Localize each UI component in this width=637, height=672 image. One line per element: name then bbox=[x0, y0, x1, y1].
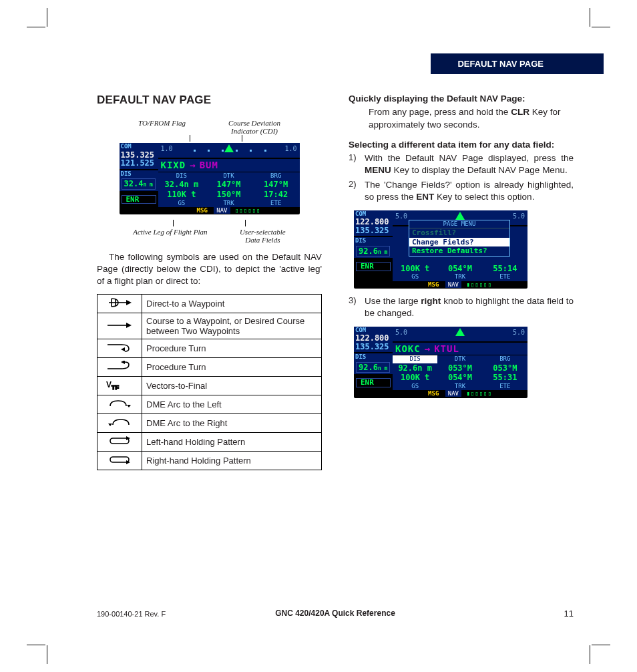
cdi-bar: 5.0 5.0 bbox=[393, 327, 527, 341]
active-leg-row: KOKC → KTUL bbox=[393, 343, 527, 355]
callout-row-top: TO/FROM Flag Course Deviation Indicator … bbox=[117, 119, 302, 135]
footer-center: GNC 420/420A Quick Reference bbox=[97, 609, 574, 618]
waypoint-to: KTUL bbox=[434, 344, 459, 354]
symbol-label: DME Arc to the Left bbox=[142, 395, 322, 414]
page-boxes-icon: ▮▯▯▯▯▯ bbox=[466, 281, 492, 288]
symbol-row: Direct-to a Waypoint bbox=[97, 295, 322, 313]
menu-item[interactable]: Restore Defaults? bbox=[409, 246, 509, 256]
dis-unit: n m bbox=[143, 182, 152, 188]
data-foot-cell: GS bbox=[393, 273, 437, 281]
svg-rect-15 bbox=[110, 457, 129, 462]
status-row: MSG NAV ▮▯▯▯▯▯ bbox=[393, 281, 527, 289]
symbol-label: Vectors-to-Final bbox=[142, 377, 322, 395]
data-cell: 32.4n m bbox=[158, 180, 206, 190]
text: Key to display the Default NAV Page Menu… bbox=[391, 165, 568, 175]
data-foot-cell: ETE bbox=[252, 200, 300, 207]
menu-item-selected[interactable]: Change Fields? bbox=[409, 238, 509, 247]
left-column: DEFAULT NAV PAGE TO/FROM Flag Course Dev… bbox=[97, 94, 322, 470]
data-head: DIS bbox=[158, 172, 206, 180]
footer: 190-00140-21 Rev. F GNC 420/420A Quick R… bbox=[97, 609, 574, 619]
symbol-row: DME Arc to the Right bbox=[97, 414, 322, 433]
device-right-pane: 5.0 5.0 KOKC → KTUL DIS DTK BRG bbox=[393, 327, 527, 398]
page-menu-popup: PAGE MENU Crossfill? Change Fields? Rest… bbox=[409, 220, 510, 257]
symbol-label: DME Arc to the Right bbox=[142, 414, 322, 433]
crop-mark bbox=[47, 645, 47, 664]
text: Use the large bbox=[365, 296, 421, 306]
symbol-table: Direct-to a WaypointCourse to a Waypoint… bbox=[97, 294, 322, 470]
nav-indicator: NAV bbox=[445, 281, 461, 288]
right-column: Quickly displaying the Default NAV Page:… bbox=[349, 94, 574, 470]
data-foot-cell: TRK bbox=[437, 383, 482, 390]
lead-lines bbox=[164, 135, 268, 142]
data-cell: 55:31 bbox=[483, 373, 527, 383]
data-cell: 147°M bbox=[252, 180, 300, 190]
svg-marker-1 bbox=[126, 300, 132, 305]
gps-screen-nav: COM 135.325 121.525 DIS 32.4n m ENR 1.0 … bbox=[120, 143, 300, 214]
dis-box: DIS 92.6n m bbox=[354, 237, 393, 258]
menu-item[interactable]: Crossfill? bbox=[409, 228, 509, 238]
to-from-arrow-icon bbox=[455, 212, 465, 220]
step-number: 2) bbox=[349, 179, 365, 203]
data-foot: GS TRK ETE bbox=[393, 273, 527, 281]
symbol-row: Procedure Turn bbox=[97, 358, 322, 377]
data-cell: 054°M bbox=[437, 373, 482, 383]
cdi-bar: 1.0 1.0 bbox=[158, 143, 300, 158]
dis-value: 92.6n m bbox=[356, 362, 390, 373]
page-boxes-icon: ▯▯▯▯▯▯ bbox=[235, 207, 261, 214]
text: From any page, press and hold the bbox=[369, 107, 511, 117]
crop-mark bbox=[47, 8, 47, 27]
step-body: From any page, press and hold the CLR Ke… bbox=[369, 106, 574, 132]
crop-mark bbox=[27, 645, 45, 645]
data-cell: 110K t bbox=[158, 190, 206, 200]
nav-indicator: NAV bbox=[214, 207, 230, 214]
com-active-freq: 122.800 bbox=[354, 218, 393, 226]
symbol-icon-pturn_r bbox=[97, 339, 142, 358]
dis-value: 32.4n m bbox=[122, 178, 156, 190]
key-name: ENT bbox=[416, 192, 434, 202]
symbol-icon-pturn_l bbox=[97, 358, 142, 377]
leg-arrow-icon: → bbox=[190, 160, 195, 170]
knob-name: right bbox=[421, 296, 441, 306]
data-cell: 17:42 bbox=[252, 190, 300, 200]
svg-text:VTF: VTF bbox=[106, 380, 120, 390]
section-title: DEFAULT NAV PAGE bbox=[97, 94, 322, 107]
data-row: 100K t 054°M 55:14 bbox=[393, 264, 527, 274]
svg-marker-5 bbox=[126, 323, 132, 328]
callout-active-leg: Active Leg of Flight Plan bbox=[133, 228, 207, 244]
crop-mark bbox=[590, 8, 590, 27]
data-headers: DIS DTK BRG bbox=[393, 355, 527, 363]
enr-indicator: ENR bbox=[356, 378, 391, 387]
svg-marker-9 bbox=[121, 361, 125, 364]
data-foot-cell: GS bbox=[158, 200, 206, 207]
data-cell: 55:14 bbox=[483, 264, 527, 274]
callout-data-fields: User-selectable Data Fields bbox=[240, 228, 286, 244]
crop-mark bbox=[27, 27, 45, 27]
status-row: MSG NAV ▮▯▯▯▯▯ bbox=[393, 390, 527, 397]
symbol-row: Procedure Turn bbox=[97, 339, 322, 358]
step: 2)The 'Change Fields?' option is already… bbox=[349, 179, 574, 203]
data-head-selected[interactable]: DIS bbox=[393, 355, 437, 363]
device-left-pane: COM 135.325 121.525 DIS 32.4n m ENR bbox=[120, 143, 158, 214]
dis-num: 92.6 bbox=[359, 363, 378, 372]
step: 1)With the Default NAV Page displayed, p… bbox=[349, 152, 574, 176]
data-cell: 054°M bbox=[437, 264, 482, 274]
content-columns: DEFAULT NAV PAGE TO/FROM Flag Course Dev… bbox=[97, 94, 574, 470]
active-leg-row: KIXD → BUM bbox=[158, 159, 300, 172]
lead-line bbox=[190, 135, 190, 142]
msg-indicator: MSG bbox=[197, 207, 208, 214]
cdi-scale-right: 5.0 bbox=[513, 213, 525, 220]
data-row: 32.4n m 147°M 147°M bbox=[158, 180, 300, 190]
svg-marker-12 bbox=[108, 424, 112, 426]
waypoint-to: BUM bbox=[200, 160, 218, 170]
symbol-icon-vtf: VTF bbox=[97, 377, 142, 395]
body-paragraph: The following symbols are used on the De… bbox=[97, 251, 322, 288]
cdi-scale-left: 5.0 bbox=[395, 213, 407, 220]
symbol-row: Right-hand Holding Pattern bbox=[97, 452, 322, 470]
symbol-label: Direct-to a Waypoint bbox=[142, 295, 322, 313]
dis-label: DIS bbox=[354, 237, 393, 244]
device-right-pane: 1.0 1.0 KIXD → BUM DIS DTK bbox=[158, 143, 300, 214]
dis-unit: n m bbox=[378, 249, 387, 255]
data-cell: 150°M bbox=[205, 190, 252, 200]
lead-line bbox=[173, 220, 174, 226]
data-head: BRG bbox=[252, 172, 300, 180]
